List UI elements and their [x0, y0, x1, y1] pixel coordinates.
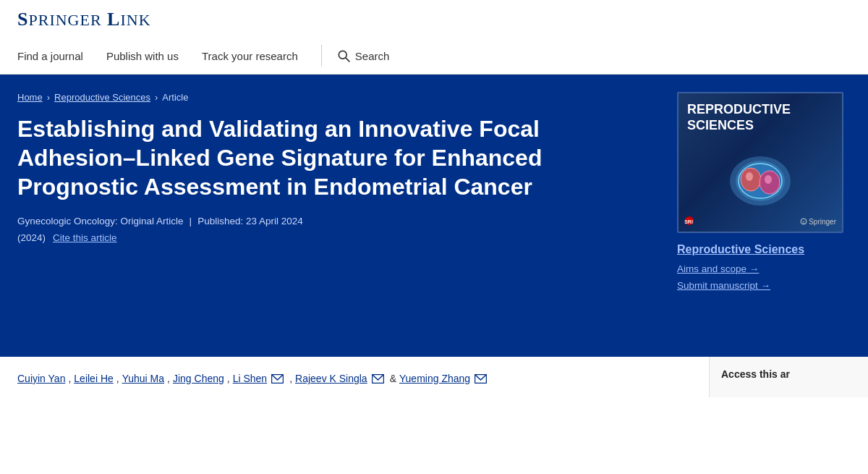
breadcrumb-section: Article [162, 92, 188, 103]
nav-divider [321, 45, 322, 67]
breadcrumb-home[interactable]: Home [17, 92, 43, 103]
journal-cover-title: Reproductive Sciences [687, 102, 791, 133]
cite-link[interactable]: Cite this article [53, 232, 117, 243]
nav-publish[interactable]: Publish with us [106, 50, 179, 62]
nav-track[interactable]: Track your research [202, 50, 298, 62]
author-6[interactable]: Rajeev K Singla [295, 373, 367, 384]
article-meta: Gynecologic Oncology: Original Article |… [17, 216, 660, 227]
meta-divider: | [190, 216, 192, 227]
aims-scope-link[interactable]: Aims and scope → [677, 263, 759, 274]
svg-point-7 [746, 172, 753, 181]
author-7[interactable]: Yueming Zhang [399, 373, 470, 384]
nav-find-journal[interactable]: Find a journal [17, 50, 83, 62]
author-2[interactable]: Leilei He [74, 373, 113, 384]
breadcrumb: Home › Reproductive Sciences › Article [17, 92, 660, 103]
breadcrumb-sep-1: › [47, 92, 50, 103]
journal-cover-illustration [720, 146, 800, 211]
search-button[interactable]: Search [336, 48, 390, 63]
email-icon-7[interactable] [475, 374, 487, 384]
site-logo[interactable]: SPRINGER LINK [17, 9, 851, 38]
article-year: (2024) [17, 232, 46, 243]
article-published: Published: 23 April 2024 [197, 216, 303, 227]
author-4[interactable]: Jing Cheng [173, 373, 224, 384]
email-icon-5[interactable] [271, 374, 284, 384]
svg-line-1 [346, 58, 349, 62]
bottom-section: Cuiyin Yan, Leilei He, Yuhui Ma, Jing Ch… [0, 357, 868, 397]
journal-cover-sri: SRI [684, 216, 705, 227]
journal-cover-springer: S Springer [800, 218, 836, 226]
email-icon [475, 374, 487, 384]
author-5[interactable]: Li Shen [233, 373, 267, 384]
article-hero: Home › Reproductive Sciences › Article E… [0, 75, 868, 357]
article-title: Establishing and Validating an Innovativ… [17, 114, 625, 201]
authors-list: Cuiyin Yan, Leilei He, Yuhui Ma, Jing Ch… [17, 373, 692, 384]
journal-name-link[interactable]: Reproductive Sciences [677, 243, 804, 256]
journal-cover-footer: SRI S Springer [684, 216, 836, 227]
email-icon-6[interactable] [372, 374, 384, 384]
journal-cover: Reproductive Sciences SRI [677, 92, 843, 233]
breadcrumb-journal[interactable]: Reproductive Sciences [54, 92, 150, 103]
access-title: Access this ar [721, 368, 790, 380]
journal-card: Reproductive Sciences SRI [677, 92, 851, 337]
article-year-cite: (2024) Cite this article [17, 232, 660, 243]
submit-manuscript-link[interactable]: Submit manuscript → [677, 280, 770, 291]
email-icon [271, 374, 284, 384]
authors-section: Cuiyin Yan, Leilei He, Yuhui Ma, Jing Ch… [0, 357, 709, 397]
search-icon [336, 48, 351, 63]
site-header: SPRINGER LINK Find a journal Publish wit… [0, 0, 868, 75]
breadcrumb-sep-2: › [155, 92, 158, 103]
email-icon [372, 374, 384, 384]
svg-point-0 [339, 51, 346, 59]
article-category: Gynecologic Oncology: Original Article [17, 216, 184, 227]
search-label: Search [355, 50, 390, 62]
svg-point-8 [765, 175, 772, 184]
author-1[interactable]: Cuiyin Yan [17, 373, 65, 384]
svg-text:SRI: SRI [684, 219, 693, 224]
article-content: Home › Reproductive Sciences › Article E… [17, 92, 660, 337]
author-3[interactable]: Yuhui Ma [122, 373, 164, 384]
access-panel: Access this ar [709, 357, 868, 397]
main-nav: Find a journal Publish with us Track you… [17, 38, 851, 74]
